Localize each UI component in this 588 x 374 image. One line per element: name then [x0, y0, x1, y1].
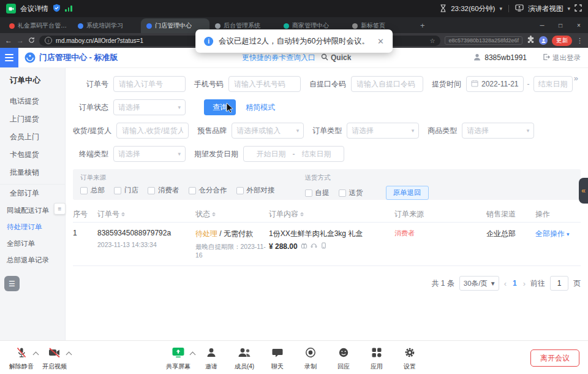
checkbox-consumer[interactable]: 消费者	[148, 186, 179, 195]
sidebar-item-batch-verify[interactable]: 批量核销	[0, 164, 65, 181]
reactions-button[interactable]: 回应	[327, 345, 360, 371]
side-panel-toggle[interactable]: «	[579, 178, 588, 204]
site-info-icon[interactable]: i	[45, 37, 52, 44]
next-page-icon[interactable]: ›	[523, 279, 526, 288]
collapse-filters-icon[interactable]: »	[574, 74, 578, 83]
sidebar-item-card-pickup[interactable]: 卡包提货	[0, 146, 65, 164]
record-button[interactable]: 录制	[294, 345, 327, 371]
maximize-icon[interactable]: □	[551, 22, 570, 29]
members-button[interactable]: 成员(4)	[228, 345, 261, 371]
checkbox-self-pickup[interactable]: 自提	[305, 188, 330, 197]
view-mode-label[interactable]: 演讲者视图	[528, 4, 564, 13]
checkbox-external[interactable]: 外部对接	[236, 186, 275, 195]
column-header-order-no[interactable]: 订单号	[97, 209, 195, 219]
share-screen-button[interactable]: 共享屏幕	[162, 345, 195, 371]
sidebar-drag-handle[interactable]: ≡	[54, 203, 66, 215]
goto-page-input[interactable]	[550, 276, 568, 291]
floating-list-button[interactable]: ☰	[4, 276, 20, 291]
video-options-caret[interactable]	[66, 352, 72, 358]
user-avatar-icon	[473, 53, 481, 63]
phone-icon	[320, 242, 327, 251]
bookmark-star-icon[interactable]: ☆	[429, 37, 435, 44]
current-page[interactable]: 1	[513, 279, 517, 288]
sidebar-item-all-orders-group[interactable]: 全部订单	[0, 184, 65, 202]
browser-menu-icon[interactable]: ⋮	[576, 37, 583, 45]
url-text: rnd.maboy.cn/AllOrder?status=1	[56, 37, 143, 44]
browser-profile-avatar[interactable]	[539, 36, 548, 45]
column-header-status[interactable]: 状态	[195, 209, 269, 219]
security-shield-icon[interactable]	[53, 4, 61, 13]
order-type-select[interactable]: 请选择 ▾	[347, 123, 419, 139]
sidebar-item-all-orders[interactable]: 全部订单	[0, 235, 65, 252]
quick-entry-link[interactable]: 更快捷的券卡查询入口	[242, 53, 315, 63]
column-header-content[interactable]: 订单内容	[269, 209, 394, 219]
sidebar-item-phone-pickup[interactable]: 电话提货	[0, 93, 65, 110]
meeting-timer[interactable]: 23:32(60分钟)	[451, 4, 495, 13]
pickup-end-date-input[interactable]: 结束日期	[533, 76, 573, 92]
unmute-button[interactable]: 解除静音	[5, 345, 38, 371]
order-no-label: 订单号	[73, 79, 108, 90]
forward-icon[interactable]: →	[17, 37, 24, 44]
meeting-details-link[interactable]: 会议详情	[20, 4, 48, 13]
sort-icon[interactable]	[121, 210, 125, 218]
chevron-down-icon: ▾	[178, 151, 181, 157]
checkbox-store[interactable]: 门店	[114, 186, 138, 195]
all-actions-dropdown[interactable]: 全部操作 ▾	[535, 229, 572, 239]
invite-button[interactable]: 邀请	[195, 345, 228, 371]
brand-select[interactable]: 请选择或输入 ▾	[232, 123, 304, 139]
pickup-start-date-input[interactable]: 2022-11-21	[466, 76, 524, 92]
order-status-select[interactable]: 请选择 ▾	[113, 99, 186, 115]
checkbox-icon	[305, 189, 312, 197]
chat-button[interactable]: 聊天	[261, 345, 294, 371]
receiver-input[interactable]	[116, 123, 189, 139]
extensions-puzzle-icon[interactable]	[527, 35, 535, 46]
logout-button[interactable]: 退出登录	[543, 53, 581, 63]
quick-search[interactable]: Quick	[321, 53, 351, 63]
fullscreen-icon[interactable]	[575, 4, 582, 13]
sidebar-item-door-pickup[interactable]: 上门提货	[0, 110, 65, 128]
expect-date-range-input[interactable]: 开始日期 - 结束日期	[243, 146, 344, 162]
apps-button[interactable]: 应用	[360, 345, 393, 371]
pickup-code-input[interactable]	[351, 76, 423, 92]
notification-close-icon[interactable]: ✕	[377, 37, 384, 46]
start-video-button[interactable]: 开启视频	[38, 345, 71, 371]
main-content: » 订单号 手机号码 自提口令码 提货时间 2022-	[66, 67, 588, 340]
gear-icon	[404, 346, 416, 361]
back-icon[interactable]: ←	[5, 37, 12, 44]
prev-page-icon[interactable]: ‹	[504, 279, 507, 288]
sidebar-item-member-visit[interactable]: 会员上门	[0, 128, 65, 146]
sidebar-item-pending-orders[interactable]: 待处理订单	[0, 219, 65, 235]
browser-update-button[interactable]: 更新	[552, 36, 572, 46]
sort-icon[interactable]	[212, 210, 216, 218]
column-header-channel: 销售渠道	[486, 209, 535, 219]
sort-icon[interactable]	[300, 210, 304, 218]
chevron-down-icon[interactable]: ▾	[567, 6, 570, 12]
sidebar-toggle-button[interactable]	[0, 48, 18, 67]
refresh-icon[interactable]	[28, 37, 35, 45]
minimize-icon[interactable]: ─	[533, 22, 551, 29]
checkbox-hq[interactable]: 总部	[80, 186, 105, 195]
terminal-type-select[interactable]: 请选择 ▾	[113, 146, 186, 162]
order-no-input[interactable]	[113, 76, 186, 92]
goods-type-select[interactable]: 请选择 ▾	[462, 123, 534, 139]
close-icon[interactable]: ×	[570, 22, 588, 29]
leave-meeting-button[interactable]: 离开会议	[530, 349, 579, 367]
sidebar-item-hq-refund-records[interactable]: 总部退单记录	[0, 252, 65, 269]
return-original-order-button[interactable]: 原单退回	[386, 186, 429, 200]
table-header: 序号 订单号 状态 订单内容 订单来源 销售渠道 操作	[73, 206, 581, 223]
settings-button[interactable]: 设置	[393, 345, 426, 371]
checkbox-delivery[interactable]: 送货	[339, 188, 363, 197]
chevron-down-icon[interactable]: ▾	[499, 6, 502, 12]
checkbox-warehouse-coop[interactable]: 仓分合作	[189, 186, 227, 195]
browser-tab[interactable]: 系统培训学习	[72, 18, 141, 33]
page-size-select[interactable]: 30条/页 ▾	[459, 276, 499, 291]
browser-tab[interactable]: 礼金票码平台管理中心	[4, 18, 72, 33]
status-pending: 待处理	[195, 229, 217, 238]
order-time: 2023-11-13 14:33:34	[97, 241, 195, 248]
meeting-top-bar: 会议详情 23:32(60分钟) ▾ 演讲者视图 ▾	[0, 0, 588, 17]
user-account[interactable]: 8385wb1991	[473, 53, 527, 63]
simple-mode-link[interactable]: 精简模式	[246, 102, 275, 113]
sidebar-section-order-center: 订单中心	[0, 67, 65, 93]
new-tab-button[interactable]: +	[420, 21, 425, 30]
phone-input[interactable]	[228, 76, 301, 92]
